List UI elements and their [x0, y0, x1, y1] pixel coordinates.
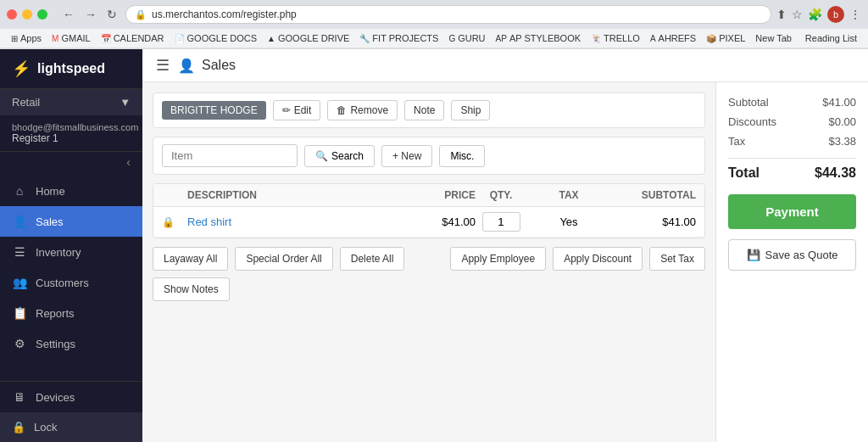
special-order-all-button[interactable]: Special Order All [235, 247, 332, 271]
total-label: Total [728, 165, 760, 181]
customers-icon: 👥 [12, 276, 27, 289]
reports-icon: 📋 [12, 306, 27, 320]
col-icon [162, 189, 187, 201]
main-content: ☰ 👤 Sales BRIGITTE HODGE ✏ Edit 🗑 R [142, 49, 868, 442]
bookmark-new-tab[interactable]: New Tab [751, 31, 796, 45]
browser-forward-btn[interactable]: → [81, 6, 100, 23]
logo-icon: ⚡ [12, 59, 31, 78]
item-search-input[interactable] [162, 144, 298, 167]
browser-max-btn[interactable] [37, 9, 47, 20]
sidebar-item-sales[interactable]: 👤 Sales [0, 206, 142, 237]
browser-url-bar[interactable]: 🔒 us.merchantos.com/register.php [125, 5, 771, 24]
user-email: bhodge@fitsmallbusiness.com [12, 122, 131, 132]
browser-close-btn[interactable] [7, 9, 17, 20]
page-title-icon: 👤 [178, 58, 195, 74]
show-notes-button[interactable]: Show Notes [153, 277, 230, 301]
retail-label: Retail [12, 96, 40, 109]
sidebar: ⚡ lightspeed Retail ▼ bhodge@fitsmallbus… [0, 49, 142, 442]
page-title-text: Sales [202, 58, 236, 73]
sidebar-item-home[interactable]: ⌂ Home [0, 176, 142, 206]
delete-all-button[interactable]: Delete All [340, 247, 405, 271]
sidebar-item-settings[interactable]: ⚙ Settings [0, 328, 142, 359]
sidebar-logo: ⚡ lightspeed [0, 49, 142, 89]
browser-menu-btn[interactable]: ⋮ [849, 8, 861, 21]
col-qty: QTY. [476, 189, 526, 201]
save-quote-button[interactable]: 💾 Save as Quote [728, 239, 856, 271]
new-item-button[interactable]: + New [381, 145, 432, 167]
bookmark-google-docs[interactable]: 📄 GOOGLE DOCS [170, 31, 262, 45]
sidebar-item-reports[interactable]: 📋 Reports [0, 298, 142, 328]
sidebar-item-inventory[interactable]: ☰ Inventory [0, 237, 142, 267]
apply-employee-button[interactable]: Apply Employee [450, 247, 546, 271]
tax-row: Tax $3.38 [728, 135, 856, 148]
bookmark-guru[interactable]: G GURU [444, 31, 489, 45]
bookmark-calendar[interactable]: 📅 CALENDAR [97, 31, 169, 45]
payment-button[interactable]: Payment [728, 194, 856, 229]
devices-icon: 🖥 [12, 390, 27, 404]
bookmark-reading-list[interactable]: Reading List [801, 31, 861, 45]
items-table: DESCRIPTION PRICE QTY. TAX SUBTOTAL 🔒 Re… [153, 183, 705, 238]
hamburger-menu-button[interactable]: ☰ [156, 56, 170, 75]
ship-button[interactable]: Ship [451, 100, 490, 120]
sidebar-item-devices[interactable]: 🖥 Devices [0, 382, 142, 412]
user-register: Register 1 [12, 132, 131, 144]
table-row: 🔒 Red shirt $41.00 Yes $41.00 [153, 207, 704, 238]
edit-icon: ✏ [282, 104, 291, 116]
url-lock-icon: 🔒 [135, 9, 147, 20]
subtotal-value: $41.00 [822, 96, 856, 109]
table-header: DESCRIPTION PRICE QTY. TAX SUBTOTAL [153, 184, 704, 207]
item-tax: Yes [526, 215, 611, 228]
sales-main: BRIGITTE HODGE ✏ Edit 🗑 Remove Note Ship [142, 82, 715, 442]
total-value: $44.38 [815, 165, 856, 181]
bookmark-google-drive[interactable]: ▲ GOOGLE DRIVE [263, 31, 353, 45]
right-panel: Subtotal $41.00 Discounts $0.00 Tax $3.3… [715, 82, 868, 442]
browser-back-btn[interactable]: ← [59, 6, 78, 23]
browser-extensions-btn[interactable]: 🧩 [808, 8, 822, 21]
layaway-all-button[interactable]: Layaway All [153, 247, 228, 271]
note-button[interactable]: Note [404, 100, 444, 120]
browser-star-btn[interactable]: ☆ [792, 8, 803, 21]
sidebar-item-customers-label: Customers [36, 277, 89, 289]
item-price: $41.00 [408, 215, 476, 228]
item-name[interactable]: Red shirt [187, 215, 408, 228]
sidebar-retail-selector[interactable]: Retail ▼ [0, 89, 142, 115]
browser-profile-btn[interactable]: b [827, 6, 844, 23]
browser-refresh-btn[interactable]: ↻ [103, 6, 120, 23]
set-tax-button[interactable]: Set Tax [649, 247, 705, 271]
bookmark-fit-projects[interactable]: 🔧 FIT PROJECTS [355, 31, 442, 45]
bookmark-trello[interactable]: 🃏 TRELLO [587, 31, 644, 45]
search-button[interactable]: 🔍 Search [304, 145, 375, 167]
bookmark-pixel[interactable]: 📦 PIXEL [702, 31, 749, 45]
inventory-icon: ☰ [12, 245, 27, 259]
sidebar-lock-button[interactable]: 🔒 Lock [0, 412, 142, 442]
subtotal-row: Subtotal $41.00 [728, 96, 856, 109]
lock-label: Lock [34, 421, 57, 434]
subtotal-label: Subtotal [728, 96, 769, 109]
action-buttons: Layaway All Special Order All Delete All… [153, 247, 705, 301]
collapse-button[interactable]: ‹ [126, 155, 131, 169]
bookmark-ap-stylebook[interactable]: AP AP STYLEBOOK [492, 31, 586, 45]
item-qty-input[interactable] [482, 212, 520, 232]
bookmark-ahrefs[interactable]: A AHREFS [646, 31, 700, 45]
item-search-bar: 🔍 Search + New Misc. [153, 137, 705, 175]
save-quote-label: Save as Quote [765, 249, 838, 261]
sidebar-bottom: 🖥 Devices 🔒 Lock [0, 381, 142, 442]
remove-button[interactable]: 🗑 Remove [327, 100, 398, 120]
top-bar: ☰ 👤 Sales [142, 49, 868, 82]
sidebar-item-devices-label: Devices [36, 391, 75, 404]
bookmark-apps[interactable]: ⊞ Apps [7, 31, 46, 45]
page-title: 👤 Sales [178, 58, 236, 74]
item-subtotal: $41.00 [611, 215, 696, 228]
bookmark-gmail[interactable]: M GMAIL [47, 31, 95, 45]
sidebar-item-settings-label: Settings [36, 338, 75, 350]
sidebar-user: bhodge@fitsmallbusiness.com Register 1 [0, 115, 142, 152]
browser-min-btn[interactable] [22, 9, 32, 20]
customer-badge[interactable]: BRIGITTE HODGE [162, 101, 266, 120]
bookmarks-bar: ⊞ Apps M GMAIL 📅 CALENDAR 📄 GOOGLE DOCS … [0, 29, 868, 48]
edit-button[interactable]: ✏ Edit [273, 100, 321, 120]
browser-top-bar: ← → ↻ 🔒 us.merchantos.com/register.php ⬆… [0, 0, 868, 29]
browser-share-btn[interactable]: ⬆ [776, 8, 787, 21]
sidebar-item-customers[interactable]: 👥 Customers [0, 267, 142, 298]
misc-button[interactable]: Misc. [439, 145, 485, 167]
apply-discount-button[interactable]: Apply Discount [553, 247, 643, 271]
